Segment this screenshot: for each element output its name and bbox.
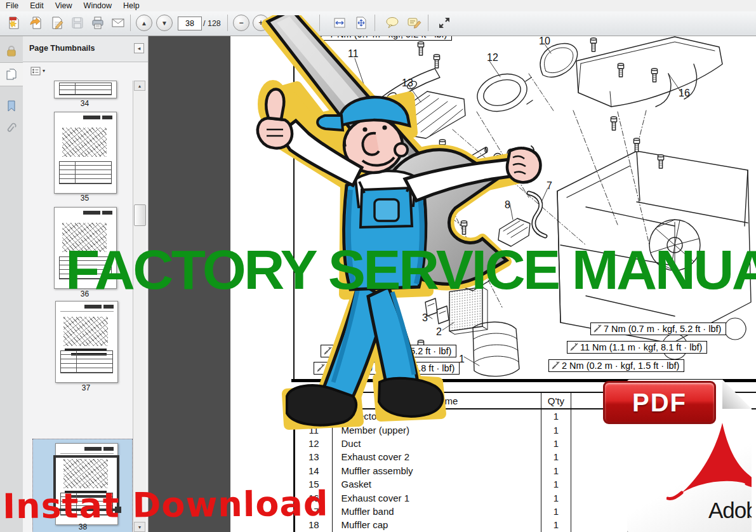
torque-spec-label: 2 Nm (0.2 m · kgf, 1.5 ft · lbf) [548,359,684,372]
part-callout: 12 [487,52,498,63]
part-callout: 2 [436,326,442,338]
part-callout: 13 [402,77,413,89]
attachments-panel-button[interactable] [0,117,23,141]
job-cell: Exhaust cover 2 [333,450,541,463]
thumbnail-label: 38 [52,522,114,531]
table-row: 18Muffler cap1 [295,518,756,531]
thumbnail-page-34[interactable] [54,81,117,98]
qty-cell: 1 [541,505,571,518]
part-callout: 19 [491,163,502,175]
remarks-cell [571,491,756,504]
email-button[interactable] [109,13,127,32]
print-button[interactable] [89,13,107,32]
menu-help[interactable]: Help [117,1,145,11]
thumbnail-scrollbar[interactable]: ▴ ▾ [133,81,146,532]
scroll-down-button[interactable]: ▾ [134,522,145,532]
up-arrow-icon: ▲ [141,20,147,27]
thumb-art [62,223,107,252]
figure-border [293,36,295,380]
previous-page-button[interactable]: ▲ [136,15,152,31]
fit-width-button[interactable] [331,13,348,32]
part-callout: 10 [539,36,550,47]
thumbnail-label: 36 [54,289,116,298]
thumbnail-label: 37 [55,383,117,392]
order-cell: 10 [295,409,333,423]
fit-page-button[interactable] [352,13,370,32]
table-row: 10Protector1 [295,409,756,423]
menu-file[interactable]: File [0,1,24,11]
panel-header: Page Thumbnails ◂ [23,36,148,62]
qty-cell: 1 [541,518,571,531]
security-panel-button[interactable] [0,39,23,63]
page-view-indicator[interactable] [53,455,119,511]
job-cell: Muffler assembly [333,464,541,477]
menu-edit[interactable]: Edit [24,1,50,11]
thumb-art [60,311,114,312]
thumbnail-page-36[interactable] [54,207,117,289]
page-thumbnails-panel-button[interactable] [0,62,23,86]
bookmarks-panel-button[interactable] [0,94,23,118]
torque-spec-label: 7 Nm (0.7 m · kgf, 5.2 ft · lbf) [316,36,452,41]
qty-cell: 1 [541,464,571,477]
toolbar-separator [375,15,375,31]
panel-options-bar: ▾ [23,62,148,80]
job-cell: Protector [333,409,541,423]
torque-value: 7 Nm (0.7 m · kgf, 5.2 ft · lbf) [334,346,451,356]
qty-cell: 1 [541,409,571,423]
toolbar-separator [227,15,228,31]
export-icon [29,16,43,30]
scroll-up-button[interactable]: ▴ [134,81,145,91]
zoom-out-button[interactable]: − [233,15,249,31]
qty-cell: 1 [541,491,571,504]
edit-pencil-icon [50,16,64,30]
text-edits-button[interactable] [406,13,423,32]
thumbnail-options-button[interactable]: ▾ [29,65,50,77]
zoom-in-button[interactable]: + [253,15,269,31]
part-callout: 7 [547,180,552,192]
table-row: 12Duct1 [295,437,756,450]
torque-value: 7 Nm (0.7 m · kgf, 5.2 ft · lbf) [604,324,721,334]
part-callout: 16 [679,88,690,99]
save-button[interactable] [69,13,86,32]
part-callout: 11 [348,48,359,60]
scrollbar-thumb[interactable] [134,204,146,226]
table-row: 17Muffler band1 [295,505,756,518]
export-button[interactable] [27,13,44,32]
page-number-input[interactable] [178,17,202,30]
torque-value: 11 Nm (1.1 m · kgf, 8.1 ft · lbf) [580,342,702,352]
menu-view[interactable]: View [50,1,78,11]
create-pdf-button[interactable] [5,13,23,32]
fullscreen-button[interactable] [435,13,453,32]
remarks-cell [571,437,756,450]
next-page-button[interactable]: ▼ [156,15,173,31]
text-edit-icon [407,16,422,30]
document-page: 11 13 12 10 16 20 19 18 17 7 8 9 3 2 1 7… [230,36,756,532]
menu-window[interactable]: Window [78,1,117,11]
part-callout: 9 [488,269,494,281]
thumb-art [84,305,114,309]
toolbar-separator [319,15,320,31]
column-header: Job name [333,392,541,409]
collapse-panel-button[interactable]: ◂ [134,43,144,53]
thumb-art [59,256,112,279]
options-list-icon [30,67,41,76]
torque-spec-label: 7 Nm (0.7 m · kgf, 5.2 ft · lbf) [321,345,456,357]
job-cell: Gasket [333,477,541,491]
parts-table: Order Job name Q'ty 10Protector1 11Membe… [293,392,756,532]
torque-spec-label: 11 Nm (1.1 m · kgf, 8.1 ft · lbf) [567,341,707,354]
job-cell: Muffler cap [333,518,541,531]
thumb-art [60,350,113,373]
thumbnail-page-37[interactable] [55,301,118,383]
comment-button[interactable] [383,13,401,32]
thumbnail-page-35[interactable] [54,112,117,194]
column-header: Order [295,392,333,409]
email-envelope-icon [111,16,125,30]
edit-document-button[interactable] [48,13,66,32]
part-callout: 18 [503,158,514,170]
thumbnail-page-38-selected[interactable]: 38 [33,439,132,532]
job-cell: Duct [333,437,541,450]
remarks-cell [571,477,756,491]
pages-icon [5,68,18,81]
column-header [571,392,756,409]
table-header-row: Order Job name Q'ty [295,392,756,409]
